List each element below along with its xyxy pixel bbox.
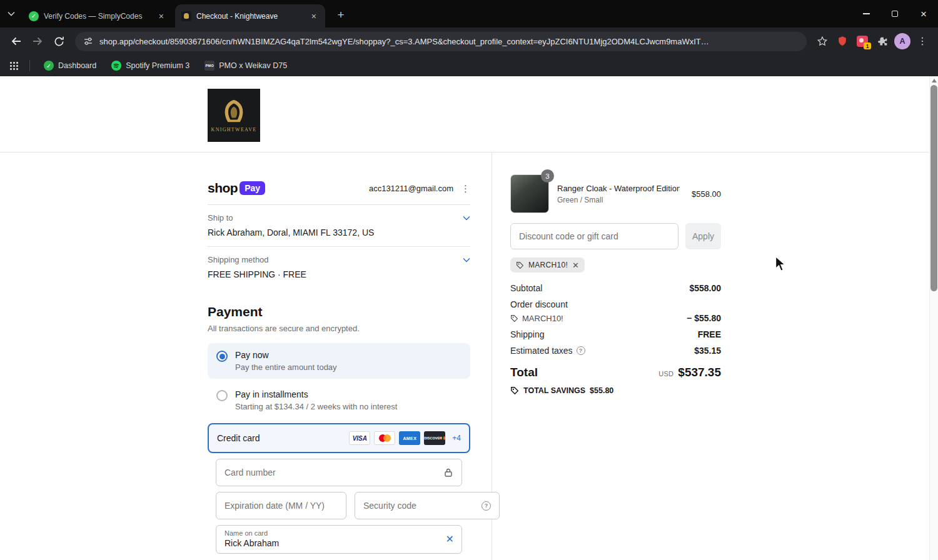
bookmark-dashboard[interactable]: ✓ Dashboard bbox=[39, 58, 101, 74]
knightweave-favicon bbox=[181, 11, 191, 21]
tag-icon bbox=[510, 386, 519, 395]
ship-to-header[interactable]: Ship to bbox=[208, 213, 470, 222]
chevron-down-icon bbox=[8, 11, 15, 16]
shipping-row: Shipping FREE bbox=[510, 329, 721, 339]
chevron-down-icon[interactable] bbox=[463, 258, 470, 262]
applied-discounts: MARCH10! ✕ bbox=[510, 258, 721, 272]
help-icon[interactable]: ? bbox=[577, 346, 585, 355]
expiration-input[interactable] bbox=[224, 501, 338, 511]
site-settings-icon bbox=[83, 36, 93, 46]
spotify-favicon bbox=[111, 61, 121, 71]
credit-card-method-header[interactable]: Credit card VISA AMEX DISCOVER +4 bbox=[208, 423, 470, 453]
back-button[interactable] bbox=[6, 31, 26, 51]
discover-dot-icon bbox=[443, 436, 445, 440]
bookmark-pmo[interactable]: PMO PMO x Weikav D75 bbox=[199, 58, 292, 74]
checkout-form: shop Pay acc131211@gmail.com ⋮ Ship to R… bbox=[208, 152, 470, 560]
product-price: $558.00 bbox=[692, 189, 721, 199]
radio-unselected-icon[interactable] bbox=[216, 390, 228, 401]
shipping-method-section: Shipping method FREE SHIPPING · FREE bbox=[208, 247, 470, 288]
cart-item: 3 Ranger Cloak - Waterproof Edition Gree… bbox=[510, 174, 721, 213]
subtotal-row: Subtotal $558.00 bbox=[510, 283, 721, 293]
tab-search-button[interactable] bbox=[0, 0, 23, 28]
simplycodes-favicon: ✓ bbox=[29, 11, 39, 21]
cost-summary: Subtotal $558.00 Order discount MARCH10!… bbox=[510, 283, 721, 395]
clear-icon[interactable]: ✕ bbox=[446, 534, 454, 544]
shipping-method-header[interactable]: Shipping method bbox=[208, 255, 470, 264]
extension-badge: 1 bbox=[864, 42, 871, 49]
name-on-card-field: Name on card ✕ bbox=[216, 525, 462, 554]
ship-to-label: Ship to bbox=[208, 213, 233, 222]
browser-menu-button[interactable]: ⋮ bbox=[913, 32, 932, 51]
card-number-input[interactable] bbox=[224, 468, 438, 478]
pay-now-option[interactable]: Pay now Pay the entire amount today bbox=[208, 343, 470, 379]
discover-label: DISCOVER bbox=[424, 436, 442, 440]
total-row: Total USD $537.35 bbox=[510, 366, 721, 379]
knightweave-hood-icon bbox=[220, 98, 248, 126]
help-icon[interactable]: ? bbox=[482, 501, 491, 511]
security-code-input[interactable] bbox=[363, 501, 477, 511]
shop-wordmark: shop bbox=[208, 181, 238, 196]
amex-icon: AMEX bbox=[399, 431, 420, 445]
close-button[interactable]: × bbox=[909, 0, 938, 28]
remove-discount-icon[interactable]: ✕ bbox=[572, 261, 579, 269]
shipping-method-label: Shipping method bbox=[208, 255, 269, 264]
discount-code-label: MARCH10! bbox=[510, 314, 563, 323]
bookmark-label: Spotify Premium 3 bbox=[126, 61, 189, 70]
product-variant: Green / Small bbox=[557, 196, 680, 204]
tab-close-icon[interactable]: × bbox=[156, 11, 166, 22]
tab-title: Checkout - Knightweave bbox=[196, 12, 304, 21]
new-tab-button[interactable]: + bbox=[331, 6, 350, 24]
tab-checkout-knightweave[interactable]: Checkout - Knightweave × bbox=[175, 4, 325, 28]
avatar: A bbox=[894, 33, 910, 49]
tag-icon bbox=[516, 261, 524, 269]
pay-now-label: Pay now bbox=[235, 350, 337, 360]
discount-code-input[interactable] bbox=[510, 223, 678, 249]
payment-subtitle: All transactions are secure and encrypte… bbox=[208, 324, 470, 333]
minimize-button[interactable] bbox=[852, 0, 880, 28]
scrollbar-thumb[interactable] bbox=[930, 85, 937, 291]
apply-discount-button[interactable]: Apply bbox=[685, 223, 721, 249]
profile-button[interactable]: A bbox=[893, 32, 912, 51]
credit-card-label: Credit card bbox=[217, 433, 345, 443]
apps-grid-icon[interactable] bbox=[10, 62, 18, 70]
bookmark-spotify[interactable]: Spotify Premium 3 bbox=[106, 58, 194, 74]
email-menu-kebab-icon[interactable]: ⋮ bbox=[461, 184, 470, 193]
savings-value: $55.80 bbox=[590, 386, 613, 395]
address-bar[interactable]: shop.app/checkout/85903671606/cn/hWN1BIM… bbox=[75, 32, 807, 51]
close-icon: × bbox=[920, 9, 927, 19]
pay-wordmark: Pay bbox=[240, 181, 265, 195]
scroll-up-arrow-icon[interactable] bbox=[932, 79, 937, 82]
extension-amps-button[interactable]: 1 bbox=[853, 32, 872, 51]
radio-selected-icon[interactable] bbox=[216, 351, 228, 362]
total-savings-row: TOTAL SAVINGS $55.80 bbox=[510, 386, 721, 395]
taxes-label: Estimated taxes ? bbox=[510, 346, 585, 356]
maximize-button[interactable] bbox=[880, 0, 909, 28]
reload-icon bbox=[53, 36, 65, 48]
currency-code: USD bbox=[658, 370, 673, 378]
quantity-badge: 3 bbox=[541, 169, 554, 182]
chevron-down-icon[interactable] bbox=[463, 216, 470, 221]
url-text: shop.app/checkout/85903671606/cn/hWN1BIM… bbox=[99, 37, 799, 46]
pay-installments-option[interactable]: Pay in installments Starting at $134.34 … bbox=[208, 382, 470, 418]
checkout-page: KNIGHTWEAVE shop Pay acc131211@gmail.com… bbox=[0, 76, 938, 560]
name-on-card-input[interactable] bbox=[224, 538, 440, 549]
tab-simplycodes[interactable]: ✓ Verify Codes — SimplyCodes × bbox=[23, 4, 173, 28]
discount-chip[interactable]: MARCH10! ✕ bbox=[510, 258, 585, 272]
bookmark-star-button[interactable] bbox=[813, 32, 832, 51]
extensions-button[interactable] bbox=[873, 32, 892, 51]
tag-icon bbox=[510, 314, 518, 322]
discount-row: Apply bbox=[510, 223, 721, 249]
reload-button[interactable] bbox=[49, 31, 69, 51]
ship-to-value: Rick Abraham, Doral, MIAMI FL 33172, US bbox=[208, 228, 470, 238]
puzzle-icon bbox=[877, 36, 889, 48]
extension-shield-button[interactable] bbox=[833, 32, 852, 51]
store-logo-caption: KNIGHTWEAVE bbox=[211, 127, 257, 132]
store-logo[interactable]: KNIGHTWEAVE bbox=[208, 89, 260, 142]
subtotal-value: $558.00 bbox=[689, 283, 721, 293]
forward-button[interactable] bbox=[28, 31, 48, 51]
shipping-method-value: FREE SHIPPING · FREE bbox=[208, 269, 470, 279]
payment-title: Payment bbox=[208, 304, 470, 319]
scrollbar[interactable] bbox=[929, 76, 938, 560]
star-icon bbox=[817, 36, 828, 47]
tab-close-icon[interactable]: × bbox=[309, 11, 319, 22]
